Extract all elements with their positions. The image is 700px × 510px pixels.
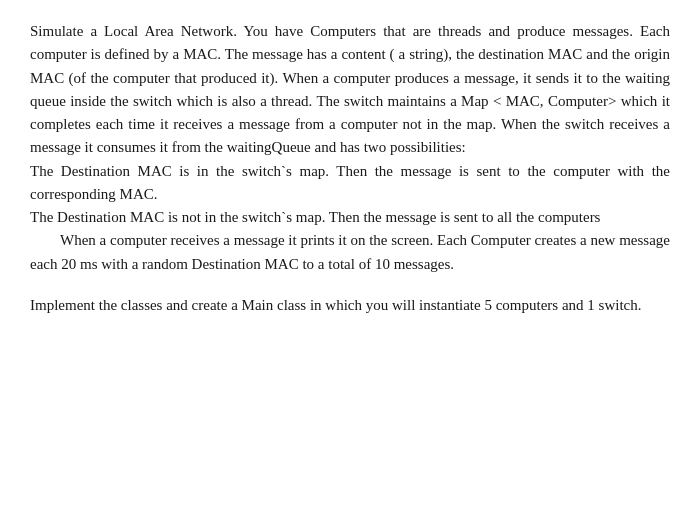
main-content: Simulate a Local Area Network. You have … (20, 0, 680, 337)
line-dest-in-map: The Destination MAC is in the switch`s m… (30, 160, 670, 207)
paragraph-3: Implement the classes and create a Main … (30, 294, 670, 317)
paragraph-1: Simulate a Local Area Network. You have … (30, 20, 670, 160)
paragraph-2: When a computer receives a message it pr… (30, 229, 670, 276)
line-dest-not-in-map: The Destination MAC is not in the switch… (30, 206, 670, 229)
